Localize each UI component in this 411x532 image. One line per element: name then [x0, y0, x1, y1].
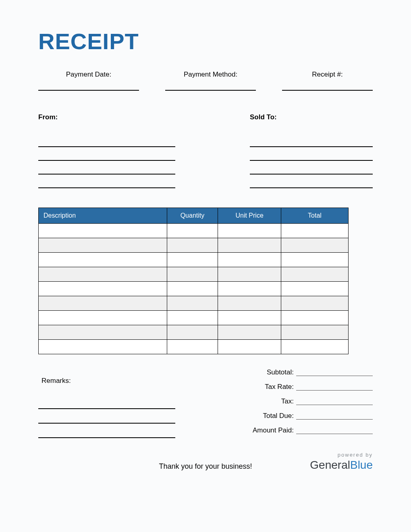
parties-section: From: Sold To:: [38, 113, 373, 188]
sold-to-line[interactable]: [250, 161, 373, 175]
subtotal-row: Subtotal:: [224, 363, 373, 378]
payment-date-label: Payment Date:: [38, 71, 139, 90]
footer: Thank you for your business! powered by …: [38, 455, 373, 483]
payment-date-input[interactable]: [38, 90, 139, 91]
from-line[interactable]: [38, 147, 175, 161]
tax-rate-label: Tax Rate:: [224, 383, 296, 392]
total-due-input[interactable]: [296, 419, 373, 420]
bottom-section: Remarks: Subtotal: Tax Rate: Tax: Total …: [38, 363, 373, 438]
sold-to-line[interactable]: [250, 147, 373, 161]
table-row[interactable]: [39, 267, 349, 282]
tax-label: Tax:: [224, 397, 296, 407]
meta-row: Payment Date: Payment Method: Receipt #:: [38, 71, 373, 91]
table-row[interactable]: [39, 296, 349, 311]
table-row[interactable]: [39, 224, 349, 238]
subtotal-label: Subtotal:: [224, 368, 296, 378]
th-quantity: Quantity: [167, 208, 218, 224]
amount-paid-input[interactable]: [296, 434, 373, 434]
from-line[interactable]: [38, 133, 175, 147]
tax-row: Tax:: [224, 392, 373, 407]
sold-to-line[interactable]: [250, 133, 373, 147]
totals-block: Subtotal: Tax Rate: Tax: Total Due: Amou…: [224, 363, 373, 438]
table-row[interactable]: [39, 238, 349, 253]
sold-to-block: Sold To:: [250, 113, 373, 188]
receipt-number-field: Receipt #:: [282, 71, 373, 91]
table-row[interactable]: [39, 253, 349, 267]
remarks-line[interactable]: [38, 424, 175, 438]
total-due-row: Total Due:: [224, 407, 373, 421]
remarks-block: Remarks:: [38, 377, 175, 438]
table-row[interactable]: [39, 311, 349, 325]
payment-method-label: Payment Method:: [165, 71, 256, 90]
table-row[interactable]: [39, 282, 349, 296]
receipt-number-input[interactable]: [282, 90, 373, 91]
from-line[interactable]: [38, 175, 175, 188]
from-label: From:: [38, 113, 175, 121]
receipt-number-label: Receipt #:: [282, 71, 373, 90]
sold-to-line[interactable]: [250, 175, 373, 188]
from-line[interactable]: [38, 161, 175, 175]
tax-input[interactable]: [296, 405, 373, 405]
remarks-label: Remarks:: [38, 377, 175, 385]
brand-badge: powered by GeneralBlue: [310, 452, 373, 472]
payment-method-input[interactable]: [165, 90, 256, 91]
brand-name: GeneralBlue: [310, 459, 373, 472]
tax-rate-row: Tax Rate:: [224, 378, 373, 392]
payment-method-field: Payment Method:: [165, 71, 256, 91]
page-title: RECEIPT: [38, 28, 373, 54]
th-description: Description: [39, 208, 167, 224]
payment-date-field: Payment Date:: [38, 71, 139, 91]
total-due-label: Total Due:: [224, 412, 296, 421]
th-total: Total: [281, 208, 349, 224]
sold-to-label: Sold To:: [250, 113, 373, 121]
from-block: From:: [38, 113, 175, 188]
table-row[interactable]: [39, 325, 349, 340]
tax-rate-input[interactable]: [296, 390, 373, 391]
th-unit-price: Unit Price: [218, 208, 281, 224]
powered-by-text: powered by: [310, 452, 373, 458]
amount-paid-label: Amount Paid:: [224, 426, 296, 436]
amount-paid-row: Amount Paid:: [224, 421, 373, 436]
items-table: Description Quantity Unit Price Total: [38, 208, 349, 354]
remarks-line[interactable]: [38, 409, 175, 424]
table-row[interactable]: [39, 340, 349, 354]
remarks-line[interactable]: [38, 395, 175, 409]
subtotal-input[interactable]: [296, 376, 373, 376]
